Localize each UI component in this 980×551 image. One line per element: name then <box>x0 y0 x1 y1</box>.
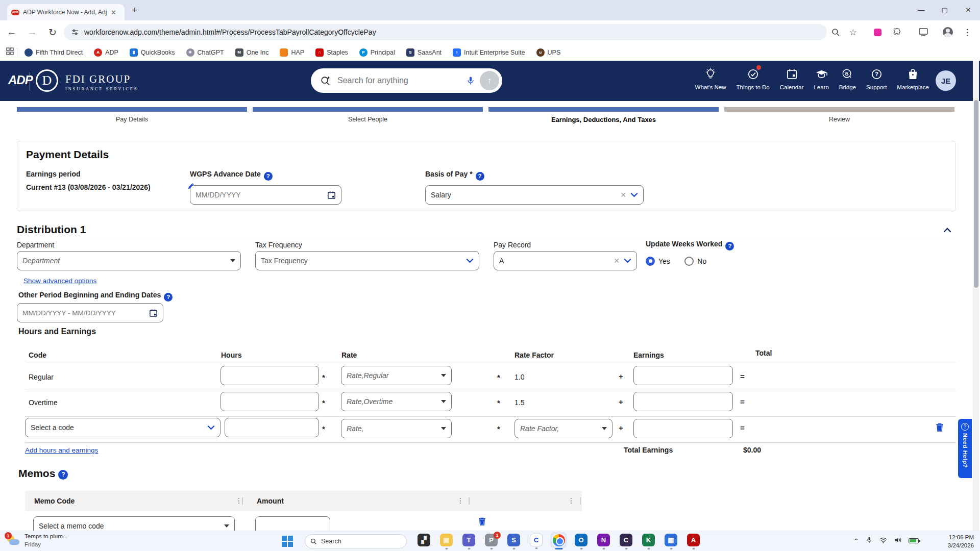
taskbar-app-outlook[interactable]: O <box>575 534 587 546</box>
browser-profile-avatar[interactable] <box>942 27 953 38</box>
taskbar-search[interactable]: Search <box>305 534 407 548</box>
nav-bridge[interactable]: B Bridge <box>839 67 856 90</box>
browser-task-icon[interactable] <box>918 27 929 38</box>
earnings-input-regular[interactable] <box>633 366 733 385</box>
rate-select-new[interactable]: Rate, <box>341 419 452 438</box>
page-scrollbar-thumb[interactable] <box>974 100 978 288</box>
help-icon[interactable]: ? <box>725 242 734 251</box>
global-search-input[interactable]: Search for anything ↑ <box>311 68 502 93</box>
bookmark-one-inc[interactable]: MOne Inc <box>235 48 269 57</box>
taskbar-clock[interactable]: 12:06 PM 3/24/2026 <box>948 533 974 549</box>
calendar-picker-icon[interactable] <box>149 309 158 317</box>
wgps-advance-date-input[interactable]: MM/DD/YYYY <box>190 185 341 205</box>
browser-tab[interactable]: ADP ADP Workforce Now - Add, Adj ✕ <box>7 4 125 20</box>
delete-memo-trash-icon[interactable] <box>478 517 486 528</box>
bookmark-quickbooks[interactable]: ▮QuickBooks <box>130 48 175 57</box>
bookmark-hap[interactable]: HAP <box>280 48 304 57</box>
volume-icon[interactable] <box>894 537 901 545</box>
wifi-icon[interactable] <box>879 537 887 545</box>
nav-whats-new[interactable]: What's New <box>695 67 726 90</box>
taskbar-app-green[interactable]: K <box>642 534 655 546</box>
show-advanced-options-link[interactable]: Show advanced options <box>23 277 96 285</box>
apps-grid-icon[interactable] <box>6 47 14 57</box>
other-period-date-range-input[interactable]: MM/DD/YYYY - MM/DD/YYYY <box>17 303 163 322</box>
taskbar-app-acrobat[interactable]: A <box>687 534 700 546</box>
hours-input-regular[interactable] <box>220 366 319 385</box>
browser-menu-kebab-icon[interactable]: ⋮ <box>962 27 973 38</box>
taskbar-app-settings[interactable]: S <box>507 534 520 546</box>
taskbar-app-teams[interactable]: T <box>462 534 475 546</box>
reload-button[interactable]: ↻ <box>44 23 61 41</box>
help-icon[interactable]: ? <box>164 293 173 302</box>
help-icon[interactable]: ? <box>264 172 273 181</box>
bookmark-star-icon[interactable]: ☆ <box>847 27 859 38</box>
calendar-picker-icon[interactable] <box>327 191 336 199</box>
help-icon[interactable]: ? <box>58 470 68 480</box>
collapse-chevron-up-icon[interactable] <box>943 226 951 235</box>
delete-row-trash-icon[interactable] <box>936 422 944 434</box>
radio-yes[interactable] <box>646 257 655 266</box>
microphone-icon[interactable] <box>465 76 476 86</box>
extensions-puzzle-icon[interactable] <box>891 27 902 38</box>
taskbar-app-onenote[interactable]: N <box>597 534 610 546</box>
bookmark-adp[interactable]: AADP <box>94 48 118 57</box>
nav-marketplace[interactable]: Marketplace <box>897 67 929 90</box>
add-hours-earnings-link[interactable]: Add hours and earnings <box>25 446 98 454</box>
rate-select-overtime[interactable]: Rate,Overtime <box>341 392 452 411</box>
bookmark-principal[interactable]: PPrincipal <box>359 48 395 57</box>
earnings-input-new[interactable] <box>633 419 733 438</box>
department-select[interactable]: Department <box>17 251 241 270</box>
help-icon[interactable]: ? <box>476 172 484 181</box>
taskbar-app-dark[interactable]: C <box>620 534 632 546</box>
taskbar-app-photos[interactable]: ▞ <box>418 534 430 546</box>
forward-button[interactable]: → <box>23 23 41 41</box>
site-settings-icon[interactable] <box>71 28 79 36</box>
start-button[interactable] <box>282 536 293 547</box>
taskbar-app-calculator[interactable]: ▦ <box>665 534 677 546</box>
pinned-extension-icon[interactable] <box>872 27 883 38</box>
clear-icon[interactable]: ✕ <box>614 257 620 265</box>
radio-no[interactable] <box>684 257 694 266</box>
window-maximize-button[interactable]: ▢ <box>933 0 957 19</box>
clear-icon[interactable]: ✕ <box>620 191 626 199</box>
nav-support[interactable]: ? Support <box>866 67 887 90</box>
rate-select-regular[interactable]: Rate,Regular <box>341 366 452 385</box>
nav-learn[interactable]: Learn <box>814 67 828 90</box>
pay-record-select[interactable]: A ✕ <box>494 251 637 270</box>
column-menu-kebab-icon[interactable]: ⋮ <box>568 496 575 505</box>
address-bar[interactable]: workforcenow.adp.com/theme/admin.html#/P… <box>64 24 827 40</box>
back-button[interactable]: ← <box>3 23 20 41</box>
hours-input-overtime[interactable] <box>220 392 319 411</box>
tray-expand-chevron[interactable]: ⌃ <box>853 537 859 545</box>
column-menu-kebab-icon[interactable]: ⋮ <box>457 496 464 505</box>
taskbar-app-copilot[interactable]: C <box>530 534 543 546</box>
taskbar-weather-widget[interactable]: 1 Temps to plum... Friday <box>7 533 67 548</box>
bookmark-ups[interactable]: uUPS <box>536 48 561 57</box>
zoom-icon[interactable] <box>830 27 841 38</box>
window-minimize-button[interactable]: — <box>910 0 933 19</box>
bookmark-chatgpt[interactable]: ✳ChatGPT <box>186 48 224 57</box>
taskbar-app-people[interactable]: P1 <box>485 534 498 546</box>
microphone-tray-icon[interactable] <box>866 536 872 545</box>
need-help-tab[interactable]: ? Need Help? <box>958 419 972 478</box>
user-avatar[interactable]: JE <box>936 70 956 91</box>
bookmark-fifth-third[interactable]: Fifth Third Direct <box>24 48 83 57</box>
bookmark-staples[interactable]: ∩Staples <box>315 48 348 57</box>
taskbar-app-chrome[interactable] <box>552 534 565 546</box>
tax-frequency-select[interactable]: Tax Frequency <box>255 251 479 270</box>
basis-of-pay-select[interactable]: Salary ✕ <box>425 185 644 205</box>
new-tab-button[interactable]: + <box>132 5 137 15</box>
battery-icon[interactable] <box>909 538 919 543</box>
tab-close-icon[interactable]: ✕ <box>111 9 116 16</box>
nav-things-to-do[interactable]: Things to Do <box>737 67 770 90</box>
bookmark-saasant[interactable]: SSaasAnt <box>406 48 442 57</box>
window-close-button[interactable]: ✕ <box>957 0 980 19</box>
hours-input-new[interactable] <box>225 418 319 437</box>
rate-factor-select-new[interactable]: Rate Factor, <box>514 419 612 438</box>
earnings-input-overtime[interactable] <box>633 392 733 411</box>
code-select[interactable]: Select a code <box>25 418 220 437</box>
url-text[interactable]: workforcenow.adp.com/theme/admin.html#/P… <box>84 28 376 36</box>
search-submit-button[interactable]: ↑ <box>480 71 499 90</box>
nav-calendar[interactable]: Calendar <box>780 67 804 90</box>
bookmark-intuit[interactable]: IIntuit Enterprise Suite <box>453 48 525 57</box>
